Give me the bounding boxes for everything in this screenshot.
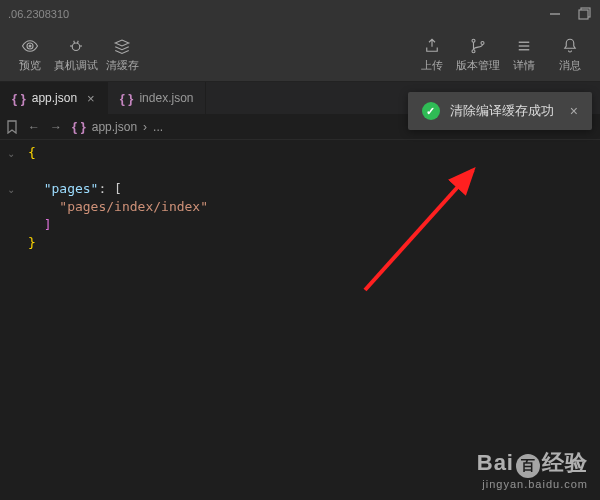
bug-icon <box>66 37 86 55</box>
code-line: "pages": [ <box>28 180 600 198</box>
tab-index-json[interactable]: { } index.json <box>108 82 207 114</box>
svg-rect-4 <box>72 43 80 51</box>
preview-label: 预览 <box>19 58 41 73</box>
eye-icon <box>20 37 40 55</box>
watermark-brand-pre: Bai <box>477 450 514 475</box>
version-label: 版本管理 <box>456 58 500 73</box>
version-text: .06.2308310 <box>8 8 69 20</box>
upload-button[interactable]: 上传 <box>410 32 454 78</box>
breadcrumb[interactable]: { } app.json › ... <box>72 119 163 134</box>
branch-icon <box>468 37 488 55</box>
svg-point-9 <box>472 39 475 42</box>
gutter: ⌄ ⌄ <box>0 140 22 198</box>
svg-line-8 <box>78 40 79 42</box>
menu-icon <box>514 37 534 55</box>
svg-point-3 <box>29 44 32 47</box>
layers-icon <box>112 37 132 55</box>
title-bar: .06.2308310 <box>0 0 600 28</box>
code-line: } <box>28 235 36 250</box>
watermark-logo-icon: 百 <box>516 454 540 478</box>
breadcrumb-file: app.json <box>92 120 137 134</box>
details-button[interactable]: 详情 <box>502 32 546 78</box>
message-button[interactable]: 消息 <box>548 32 592 78</box>
clear-cache-label: 清缓存 <box>106 58 139 73</box>
json-icon: { } <box>12 91 26 106</box>
debug-label: 真机调试 <box>54 58 98 73</box>
notification-text: 清除编译缓存成功 <box>450 102 554 120</box>
notification-toast: ✓ 清除编译缓存成功 × <box>408 92 592 130</box>
upload-icon <box>422 37 442 55</box>
breadcrumb-sep: › <box>143 120 147 134</box>
nav-back-icon[interactable]: ← <box>28 120 40 134</box>
svg-point-10 <box>472 49 475 52</box>
code-line: { <box>28 145 36 160</box>
main-toolbar: 预览 真机调试 清缓存 上传 版本管理 详情 消息 <box>0 28 600 82</box>
clear-cache-button[interactable]: 清缓存 <box>100 32 144 78</box>
code-area[interactable]: { "pages": [ "pages/index/index" ] } <box>0 140 600 252</box>
tab-close-icon[interactable]: × <box>87 91 95 106</box>
success-icon: ✓ <box>422 102 440 120</box>
tab-app-json[interactable]: { } app.json × <box>0 82 108 114</box>
fold-icon[interactable]: ⌄ <box>0 180 22 198</box>
watermark: Bai百经验 jingyan.baidu.com <box>477 448 588 490</box>
fold-icon[interactable]: ⌄ <box>0 144 22 162</box>
minimize-button[interactable] <box>548 7 562 21</box>
watermark-url: jingyan.baidu.com <box>477 478 588 490</box>
code-editor[interactable]: ⌄ ⌄ { "pages": [ "pages/index/index" ] } <box>0 140 600 498</box>
svg-point-11 <box>481 41 484 44</box>
message-label: 消息 <box>559 58 581 73</box>
svg-line-7 <box>74 40 75 42</box>
breadcrumb-more: ... <box>153 120 163 134</box>
details-label: 详情 <box>513 58 535 73</box>
version-button[interactable]: 版本管理 <box>456 32 500 78</box>
json-icon: { } <box>72 119 86 134</box>
code-line: "pages/index/index" <box>28 198 600 216</box>
watermark-brand-post: 经验 <box>542 450 588 475</box>
tab-label: app.json <box>32 91 77 105</box>
nav-forward-icon[interactable]: → <box>50 120 62 134</box>
code-line <box>28 162 600 180</box>
tab-label: index.json <box>139 91 193 105</box>
bell-icon <box>560 37 580 55</box>
notification-close-icon[interactable]: × <box>570 103 578 119</box>
debug-button[interactable]: 真机调试 <box>54 32 98 78</box>
code-line: ] <box>28 216 600 234</box>
preview-button[interactable]: 预览 <box>8 32 52 78</box>
svg-rect-2 <box>579 10 588 19</box>
json-icon: { } <box>120 91 134 106</box>
upload-label: 上传 <box>421 58 443 73</box>
maximize-button[interactable] <box>578 7 592 21</box>
bookmark-icon[interactable] <box>6 120 18 134</box>
